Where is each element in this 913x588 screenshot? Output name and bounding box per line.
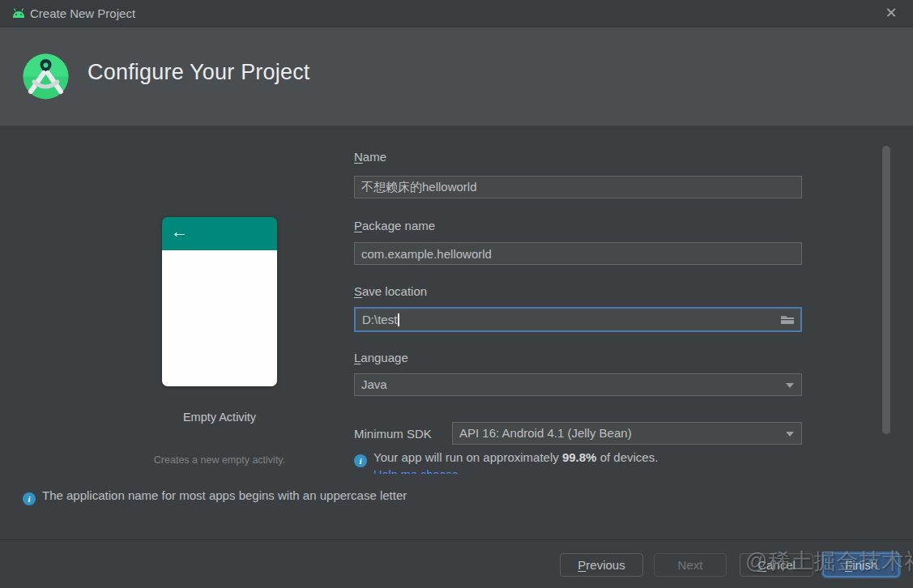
back-arrow-icon: ←: [162, 217, 277, 240]
window-titlebar: Create New Project ✕: [0, 0, 913, 27]
finish-button[interactable]: Finish: [823, 553, 899, 577]
close-icon[interactable]: ✕: [880, 2, 902, 24]
info-icon: i: [354, 454, 367, 467]
preview-appbar: ←: [162, 217, 277, 250]
browse-folder-icon[interactable]: [780, 313, 795, 326]
app-name-hint: iThe application name for most apps begi…: [23, 488, 407, 505]
button-bar: Previous Next Cancel Finish @稀土掘金技术社区: [0, 539, 913, 588]
help-me-choose-link-clipped[interactable]: Help me choose: [373, 467, 471, 474]
template-description: Creates a new empty activity.: [113, 454, 326, 466]
vertical-scrollbar[interactable]: [882, 146, 890, 434]
save-location-input[interactable]: D:\test: [354, 307, 802, 332]
name-label: Name: [354, 150, 386, 164]
preview-screen: [162, 250, 277, 386]
min-sdk-select[interactable]: API 16: Android 4.1 (Jelly Bean): [452, 422, 802, 445]
package-name-input[interactable]: [354, 242, 802, 265]
chevron-down-icon: [786, 432, 794, 437]
name-input[interactable]: [354, 176, 802, 198]
window-title: Create New Project: [30, 0, 135, 27]
min-sdk-label: Minimum SDK: [354, 427, 432, 441]
wizard-header: Configure Your Project: [0, 28, 913, 126]
text-caret: [398, 313, 399, 326]
android-studio-logo-icon: [22, 53, 70, 100]
language-select[interactable]: Java: [354, 373, 802, 396]
language-label: Language: [354, 351, 408, 364]
android-head-icon: [11, 7, 27, 19]
template-name: Empty Activity: [138, 411, 301, 424]
info-icon: i: [23, 492, 36, 505]
content-area: ← Empty Activity Creates a new empty act…: [0, 126, 913, 539]
activity-preview: ←: [162, 217, 277, 386]
previous-button[interactable]: Previous: [560, 553, 643, 577]
sdk-coverage-text: iYour app will run on approximately 99.8…: [354, 450, 658, 467]
save-location-label: Save location: [354, 284, 427, 298]
page-title: Configure Your Project: [87, 60, 310, 85]
chevron-down-icon: [786, 383, 794, 388]
package-name-label: Package name: [354, 219, 435, 232]
cancel-button[interactable]: Cancel: [740, 553, 813, 577]
next-button[interactable]: Next: [654, 553, 727, 577]
